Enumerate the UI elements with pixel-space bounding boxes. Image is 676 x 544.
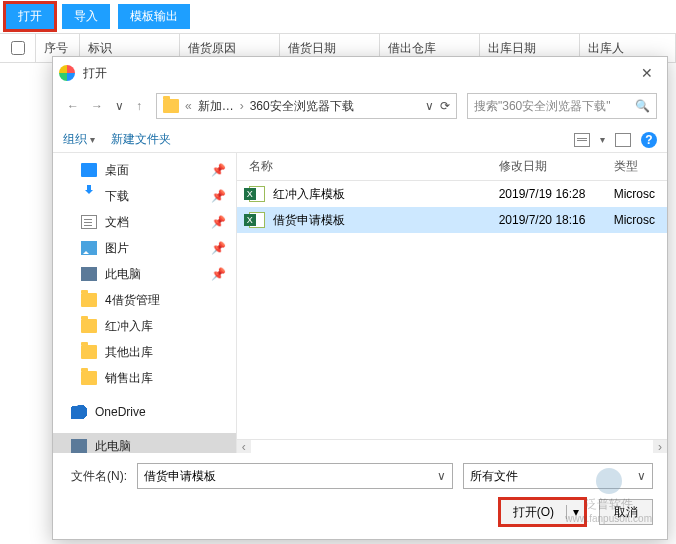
folder-icon <box>163 99 179 113</box>
view-mode-icon[interactable] <box>574 133 590 147</box>
pin-icon: 📌 <box>211 267 226 281</box>
sidebar-item-desktop[interactable]: 桌面📌 <box>53 157 236 183</box>
template-export-button[interactable]: 模板输出 <box>118 4 190 29</box>
file-date: 2019/7/20 18:16 <box>487 213 602 227</box>
folder-icon <box>81 345 97 359</box>
pin-icon: 📌 <box>211 189 226 203</box>
open-button[interactable]: 打开 <box>6 4 54 29</box>
preview-pane-icon[interactable] <box>615 133 631 147</box>
sidebar-item-downloads[interactable]: 下载📌 <box>53 183 236 209</box>
file-row[interactable]: 红冲入库模板 2019/7/19 16:28 Microsc <box>237 181 667 207</box>
help-icon[interactable]: ? <box>641 132 657 148</box>
watermark-url: www.fanpusoft.com <box>565 513 652 524</box>
download-icon <box>81 189 97 203</box>
breadcrumb-part1[interactable]: 新加… <box>198 98 234 115</box>
filename-dropdown-icon[interactable]: ∨ <box>437 469 446 483</box>
scroll-right-icon[interactable]: › <box>653 440 667 453</box>
folder-icon <box>81 293 97 307</box>
cloud-icon <box>71 405 87 419</box>
breadcrumb-part2[interactable]: 360安全浏览器下载 <box>250 98 354 115</box>
col-header-name[interactable]: 名称 <box>237 158 487 175</box>
watermark-logo <box>596 468 622 494</box>
new-folder-button[interactable]: 新建文件夹 <box>111 131 171 148</box>
folder-icon <box>81 319 97 333</box>
open-button-label: 打开(O) <box>501 504 566 521</box>
file-name: 红冲入库模板 <box>273 186 345 203</box>
sidebar-item-thispc-selected[interactable]: 此电脑 <box>53 433 236 453</box>
organize-menu[interactable]: 组织 ▾ <box>63 131 95 148</box>
close-icon[interactable]: ✕ <box>633 65 661 81</box>
breadcrumb-sep: « <box>185 99 192 113</box>
refresh-icon[interactable]: ⟳ <box>440 99 450 113</box>
pin-icon: 📌 <box>211 163 226 177</box>
search-input[interactable]: 搜索"360安全浏览器下载" 🔍 <box>467 93 657 119</box>
sidebar-item-folder[interactable]: 4借货管理 <box>53 287 236 313</box>
file-type: Microsc <box>602 213 667 227</box>
filename-input[interactable]: 借货申请模板 ∨ <box>137 463 453 489</box>
pc-icon <box>81 267 97 281</box>
app-icon <box>59 65 75 81</box>
file-name: 借货申请模板 <box>273 212 345 229</box>
file-date: 2019/7/19 16:28 <box>487 187 602 201</box>
filename-label: 文件名(N): <box>67 468 127 485</box>
address-dropdown-icon[interactable]: ∨ <box>425 99 434 113</box>
sidebar-item-folder[interactable]: 红冲入库 <box>53 313 236 339</box>
sidebar-item-documents[interactable]: 文档📌 <box>53 209 236 235</box>
horizontal-scrollbar[interactable]: ‹ › <box>237 439 667 453</box>
nav-up-icon[interactable]: ↑ <box>132 97 146 115</box>
scroll-left-icon[interactable]: ‹ <box>237 440 251 453</box>
filetype-value: 所有文件 <box>470 468 518 485</box>
nav-forward-icon[interactable]: → <box>87 97 107 115</box>
col-header-date[interactable]: 修改日期 <box>487 158 602 175</box>
dialog-title: 打开 <box>83 65 633 82</box>
pin-icon: 📌 <box>211 241 226 255</box>
search-icon[interactable]: 🔍 <box>635 99 650 113</box>
file-type: Microsc <box>602 187 667 201</box>
nav-recent-icon[interactable]: ∨ <box>111 97 128 115</box>
excel-icon <box>249 186 265 202</box>
breadcrumb-sep2: › <box>240 99 244 113</box>
excel-icon <box>249 212 265 228</box>
col-header-type[interactable]: 类型 <box>602 158 667 175</box>
pin-icon: 📌 <box>211 215 226 229</box>
file-row-selected[interactable]: 借货申请模板 2019/7/20 18:16 Microsc <box>237 207 667 233</box>
sidebar-item-folder[interactable]: 其他出库 <box>53 339 236 365</box>
sidebar-item-folder[interactable]: 销售出库 <box>53 365 236 391</box>
sidebar-item-pictures[interactable]: 图片📌 <box>53 235 236 261</box>
import-button[interactable]: 导入 <box>62 4 110 29</box>
watermark-text: 泛普软件 <box>585 496 633 513</box>
address-bar[interactable]: « 新加… › 360安全浏览器下载 ∨ ⟳ <box>156 93 457 119</box>
select-all-cell[interactable] <box>0 34 36 62</box>
picture-icon <box>81 241 97 255</box>
pc-icon <box>71 439 87 453</box>
folder-icon <box>81 371 97 385</box>
sidebar: 桌面📌 下载📌 文档📌 图片📌 此电脑📌 4借货管理 红冲入库 其他出库 销售出… <box>53 153 237 453</box>
sidebar-item-onedrive[interactable]: OneDrive <box>53 399 236 425</box>
select-all-checkbox[interactable] <box>11 41 25 55</box>
filename-value: 借货申请模板 <box>144 468 216 485</box>
document-icon <box>81 215 97 229</box>
watermark: 泛普软件 www.fanpusoft.com <box>565 468 652 524</box>
sidebar-item-thispc[interactable]: 此电脑📌 <box>53 261 236 287</box>
search-placeholder: 搜索"360安全浏览器下载" <box>474 98 611 115</box>
desktop-icon <box>81 163 97 177</box>
nav-back-icon[interactable]: ← <box>63 97 83 115</box>
view-mode-dropdown[interactable]: ▾ <box>600 134 605 145</box>
